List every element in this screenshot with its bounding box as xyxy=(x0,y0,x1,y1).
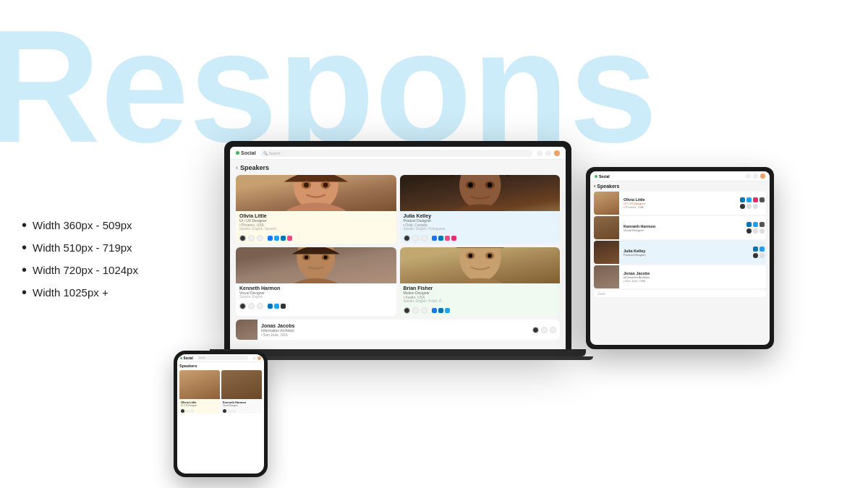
tablet-photo-julia-t xyxy=(594,241,619,264)
more-tk[interactable] xyxy=(760,222,765,227)
tablet-screen: Social ‹Speakers xyxy=(590,171,770,345)
tablet-photo-olivia xyxy=(594,192,619,215)
speaker-photo-olivia xyxy=(236,175,396,211)
pause-btn-j[interactable] xyxy=(412,235,419,241)
phone-logo-dot xyxy=(180,357,182,359)
speaker-name-brian: Brian Fisher xyxy=(404,286,557,291)
jonas-actions xyxy=(529,325,560,335)
speaker-lang-brian: Speaks: English, Polish, R... xyxy=(404,299,557,303)
more-icon-k xyxy=(281,304,286,309)
fb-icon xyxy=(268,236,273,241)
laptop-speaker-grid: Olivia Little UI / UX Designer Phoenix, … xyxy=(236,175,560,316)
pause-tk[interactable] xyxy=(753,228,758,234)
pause-t[interactable] xyxy=(746,204,752,209)
speaker-card-jonas-partial: Jonas Jacobs Information Architect San J… xyxy=(236,320,560,340)
avatar-t[interactable] xyxy=(760,174,765,179)
phone-speakers-title: Speakers xyxy=(177,362,264,369)
skip-btn-j[interactable] xyxy=(421,235,427,241)
play-btn[interactable] xyxy=(239,235,246,241)
play-t[interactable] xyxy=(740,204,745,209)
laptop-app-logo: Social xyxy=(236,150,256,155)
pause-btn[interactable] xyxy=(248,235,255,241)
tw-t[interactable] xyxy=(746,197,752,202)
svg-point-5 xyxy=(323,183,328,188)
ig-icon-j xyxy=(451,236,456,241)
tw-tk[interactable] xyxy=(753,222,758,227)
laptop-body: Social 🔍 Search xyxy=(224,141,571,349)
more-t[interactable] xyxy=(760,197,765,202)
tablet-speakers-title: ‹Speakers xyxy=(590,181,770,189)
home-icon[interactable] xyxy=(537,150,542,156)
svg-point-22 xyxy=(468,254,472,258)
tablet-logo-dot xyxy=(595,175,597,178)
speaker-actions-kenneth xyxy=(236,301,396,312)
skip-btn-k[interactable] xyxy=(257,303,263,309)
home-icon-p[interactable] xyxy=(252,356,256,360)
fb-icon-b xyxy=(432,308,437,313)
speaker-info-julia: Julia Kelley Product Designer Oslo, Cana… xyxy=(400,211,561,233)
phone-btns-kenneth xyxy=(221,408,262,414)
jonas-info: Jonas Jacobs Information Architect San J… xyxy=(258,321,529,339)
tablet-nav xyxy=(746,174,765,179)
play-btn-b[interactable] xyxy=(404,307,410,314)
skip-btn-b[interactable] xyxy=(421,307,427,314)
tablet-row-kenneth: Kenneth Harmon Visual Designer xyxy=(594,216,766,239)
speaker-photo-julia xyxy=(400,175,561,211)
play-btn-j[interactable] xyxy=(404,235,410,241)
avatar-p[interactable] xyxy=(258,356,261,360)
li-icon-k xyxy=(268,304,273,309)
svg-point-16 xyxy=(305,255,308,259)
home-icon-t[interactable] xyxy=(746,174,751,179)
tablet-header: Social xyxy=(590,171,770,181)
laptop-app-header: Social 🔍 Search xyxy=(230,147,566,160)
tablet-actions-olivia xyxy=(739,196,766,210)
skip-btn[interactable] xyxy=(257,235,263,241)
skip-t[interactable] xyxy=(753,204,758,209)
phone-app-ui: Social Search Speakers Olivia Little UI … xyxy=(177,354,264,474)
user-avatar[interactable] xyxy=(554,150,560,156)
bullet-item-3: Width 720px - 1024px xyxy=(22,262,138,278)
phone-speaker-grid: Olivia Little UI / UX Designer Kenneth H… xyxy=(177,369,264,415)
svg-point-23 xyxy=(488,254,492,258)
li-tk[interactable] xyxy=(746,222,752,227)
tablet-loc-olivia: ● Phoenix, USA xyxy=(624,205,734,209)
phone-search[interactable]: Search xyxy=(197,356,248,360)
speaker-name-olivia: Olivia Little xyxy=(239,213,393,218)
speaker-actions-olivia xyxy=(236,233,396,244)
devices-container: Social 🔍 Search xyxy=(224,141,774,360)
phone-info-olivia: Olivia Little UI / UX Designer xyxy=(179,399,220,408)
speaker-actions-brian xyxy=(400,305,561,316)
phone-btns-olivia xyxy=(179,408,220,414)
play-btn-k[interactable] xyxy=(239,303,246,309)
svg-point-10 xyxy=(468,183,473,188)
li-icon-j xyxy=(438,236,443,241)
pause-btn-k[interactable] xyxy=(248,303,255,309)
phone-header: Social Search xyxy=(177,354,264,362)
phone-card-olivia: Olivia Little UI / UX Designer xyxy=(179,370,220,414)
speaker-lang-julia: Speaks: English, Portuguese xyxy=(404,227,557,231)
laptop-speakers-title: Speakers xyxy=(236,164,560,171)
tablet-extra-name: Joan xyxy=(594,290,766,297)
speaker-photo-kenneth xyxy=(236,247,396,283)
li-icon xyxy=(281,236,286,241)
speaker-lang-olivia: Speaks: English, Spanish xyxy=(239,227,393,231)
tablet-logo: Social xyxy=(595,174,610,179)
pause-btn-b[interactable] xyxy=(412,307,419,314)
laptop-search-bar[interactable]: 🔍 Search xyxy=(260,150,532,157)
speaker-name-kenneth: Kenneth Harmon xyxy=(239,286,393,291)
skip-tk[interactable] xyxy=(760,228,765,234)
heart-icon-t[interactable] xyxy=(753,174,758,179)
dr-icon-j xyxy=(445,236,450,241)
svg-point-4 xyxy=(304,183,309,188)
play-tk[interactable] xyxy=(746,228,752,234)
tablet-actions-kenneth xyxy=(745,221,766,235)
li-t[interactable] xyxy=(740,197,745,202)
ig-t[interactable] xyxy=(753,197,758,202)
tablet-photo-jonas xyxy=(594,265,619,288)
phone-photo-kenneth xyxy=(221,370,262,399)
heart-icon[interactable] xyxy=(545,150,551,156)
li-icon-b xyxy=(438,308,443,313)
tw-icon xyxy=(274,236,279,241)
logo-dot xyxy=(236,151,239,155)
speaker-name-julia: Julia Kelley xyxy=(404,213,557,218)
